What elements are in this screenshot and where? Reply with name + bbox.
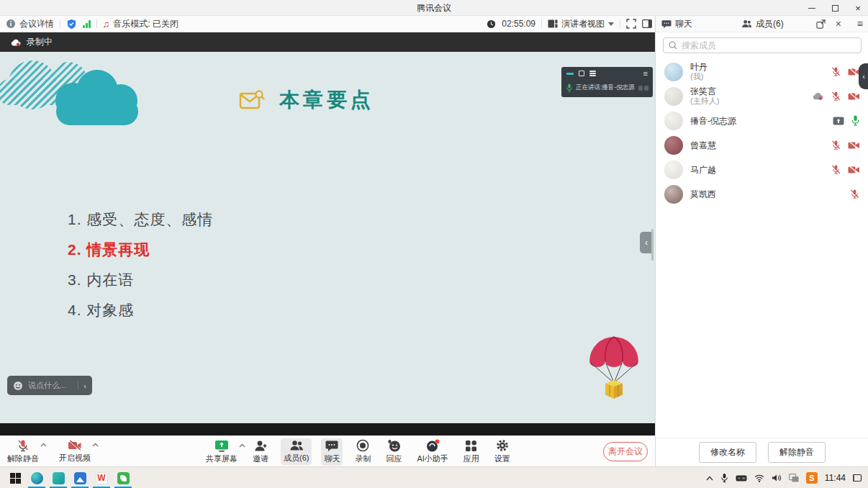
meeting-details-button[interactable]: 会议详情: [6, 18, 54, 30]
side-panel-icon[interactable]: [642, 19, 652, 28]
invite-person-icon: [254, 440, 267, 452]
chat-button[interactable]: 聊天: [321, 438, 343, 466]
info-icon: [6, 19, 16, 29]
panel-close-icon[interactable]: ×: [836, 19, 841, 29]
camera-off-icon[interactable]: [848, 140, 860, 150]
stage-letterbox: [0, 423, 655, 435]
mic-muted-icon[interactable]: [831, 140, 841, 150]
tab-chat[interactable]: 聊天: [661, 18, 692, 30]
tray-volume-icon[interactable]: [772, 474, 782, 482]
app-window: 腾讯会议 × 会议详情 ♫ 音乐模式: 已关闭 02:55:09: [0, 0, 868, 488]
shared-slide: 本章要点 1. 感受、态度、感情 2. 情景再现 3. 内在语 4. 对象感 ≡: [0, 52, 655, 423]
leave-meeting-button[interactable]: 离开会议: [603, 442, 648, 461]
stage-scrollbar-thumb[interactable]: [651, 229, 654, 261]
reactions-button[interactable]: 回应: [383, 438, 404, 466]
taskbar-app-meeting[interactable]: [48, 467, 69, 488]
notification-center-icon[interactable]: [853, 474, 862, 482]
share-screen-button[interactable]: 共享屏幕: [203, 438, 240, 466]
member-row[interactable]: 播音-倪志源: [656, 109, 868, 132]
cloud-recording-icon: [10, 38, 22, 47]
meeting-timer: 02:55:09: [502, 19, 535, 29]
camera-off-icon[interactable]: [848, 165, 860, 175]
chat-collapse-icon[interactable]: ‹: [83, 381, 86, 390]
chat-bubble-icon: [325, 440, 338, 452]
applause-icon[interactable]: [638, 86, 648, 91]
slide-bullet-list: 1. 感受、态度、感情 2. 情景再现 3. 内在语 4. 对象感: [68, 212, 213, 333]
avatar: [664, 161, 683, 179]
member-row[interactable]: 曾嘉慧: [656, 133, 868, 157]
active-mic-icon: [566, 83, 573, 92]
ai-assistant-button[interactable]: AI小助手: [414, 438, 451, 466]
mic-muted-icon[interactable]: [831, 91, 841, 101]
chat-input-placeholder[interactable]: 说点什么...: [28, 380, 73, 391]
avatar: [664, 185, 683, 204]
emoji-icon[interactable]: [13, 381, 23, 391]
minimize-button[interactable]: [808, 4, 816, 12]
minimize-icon: [808, 8, 815, 9]
chat-bubble-icon: [661, 19, 672, 29]
overlay-menu-icon[interactable]: ≡: [643, 70, 648, 78]
tray-device-icon[interactable]: [736, 474, 747, 482]
member-row[interactable]: 莫凯西: [656, 182, 868, 206]
member-row[interactable]: 马广越: [656, 158, 868, 181]
member-row[interactable]: 叶丹(我): [656, 60, 868, 83]
mic-muted-icon[interactable]: [849, 189, 860, 199]
tray-wifi-icon[interactable]: [754, 474, 764, 482]
maximize-button[interactable]: [831, 4, 839, 12]
search-input[interactable]: [682, 40, 856, 50]
fullscreen-icon[interactable]: [626, 19, 636, 29]
chevron-up-icon[interactable]: [40, 443, 47, 447]
panel-menu-icon[interactable]: ≡: [857, 19, 863, 29]
apps-grid-icon: [465, 440, 477, 452]
close-button[interactable]: ×: [854, 4, 862, 12]
network-signal-icon[interactable]: [83, 20, 91, 28]
record-button[interactable]: 录制: [352, 438, 374, 466]
slide-title: 本章要点: [279, 86, 374, 114]
overlay-video-view-icon[interactable]: [579, 71, 584, 76]
start-button[interactable]: [4, 467, 26, 488]
mic-on-icon[interactable]: [851, 115, 860, 126]
music-mode-button[interactable]: ♫ 音乐模式: 已关闭: [103, 18, 178, 30]
overlay-list-view-icon[interactable]: [589, 71, 596, 76]
taskbar-clock[interactable]: 11:44: [825, 473, 846, 483]
sogou-ime-icon[interactable]: S: [806, 472, 818, 484]
camera-off-icon[interactable]: [848, 91, 860, 101]
unmute-footer-button[interactable]: 解除静音: [768, 442, 826, 463]
panel-footer: 修改名称 解除静音: [656, 438, 868, 466]
chevron-up-icon[interactable]: [239, 443, 245, 448]
envelope-search-icon: [239, 89, 265, 111]
cloud-decoration: [0, 55, 187, 132]
rename-button[interactable]: 修改名称: [699, 442, 756, 463]
taskbar-app-edge[interactable]: [26, 467, 48, 488]
taskbar-app-docs[interactable]: [112, 467, 134, 488]
chevron-down-icon: [608, 22, 614, 26]
overlay-minimize-icon[interactable]: [566, 73, 574, 75]
tray-input-indicator-icon[interactable]: [789, 474, 799, 482]
tray-mic-icon[interactable]: [720, 473, 728, 483]
member-row[interactable]: 张笑言(主持人): [656, 84, 868, 108]
mic-muted-icon[interactable]: [831, 66, 841, 77]
quick-chat-bar[interactable]: 说点什么... ‹: [7, 376, 92, 395]
members-button[interactable]: 成员(6): [281, 438, 312, 465]
speaker-overlay-panel: ≡ 正在讲话:播音-倪志源: [561, 67, 653, 97]
view-mode-dropdown[interactable]: 演讲者视图: [548, 18, 614, 30]
side-panel: 聊天 成员(6) × ≡ 叶丹(我): [655, 16, 868, 466]
taskbar-app-photos[interactable]: [69, 467, 91, 488]
mic-muted-icon[interactable]: [831, 164, 841, 175]
unmute-button[interactable]: 解除静音: [4, 438, 42, 466]
apps-button[interactable]: 应用: [461, 438, 482, 466]
tab-members[interactable]: 成员(6): [741, 18, 784, 30]
tray-expand-icon[interactable]: [706, 476, 713, 481]
chevron-up-icon[interactable]: [92, 443, 99, 447]
start-video-button[interactable]: 开启视频: [56, 438, 94, 466]
popout-icon[interactable]: [816, 19, 826, 29]
taskbar-app-wps[interactable]: W: [91, 467, 112, 488]
invite-button[interactable]: 邀请: [250, 438, 271, 466]
security-shield-icon[interactable]: [66, 19, 77, 30]
mic-muted-icon: [17, 439, 30, 452]
panel-collapse-toggle[interactable]: ‹: [859, 63, 868, 89]
settings-button[interactable]: 设置: [492, 438, 513, 466]
member-search-box[interactable]: [663, 37, 862, 53]
meeting-app-icon: [53, 472, 65, 484]
avatar: [664, 136, 683, 155]
